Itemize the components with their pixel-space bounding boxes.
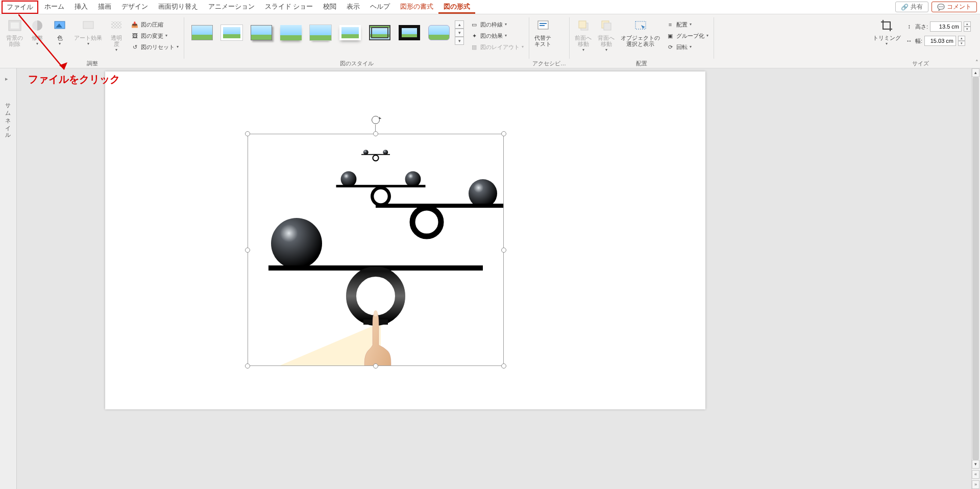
scroll-up-button[interactable]: ▴ — [972, 68, 979, 77]
height-input[interactable] — [930, 21, 962, 32]
resize-handle-bm[interactable] — [373, 363, 378, 369]
width-input[interactable] — [924, 36, 956, 46]
title-bar-right: 🔗 共有 💬 コメント — [895, 0, 980, 14]
picture-style-4[interactable] — [277, 20, 305, 45]
tab-shape-format[interactable]: 図形の書式 — [395, 0, 438, 14]
resize-handle-bl[interactable] — [245, 363, 250, 369]
tab-design[interactable]: デザイン — [116, 0, 153, 14]
compress-icon: 📥 — [131, 20, 139, 29]
thumbnail-panel-collapsed[interactable]: ▸ サムネイル — [0, 68, 17, 489]
rotate-handle[interactable] — [372, 116, 380, 124]
tab-picture-format[interactable]: 図の形式 — [438, 0, 475, 14]
svg-rect-11 — [540, 25, 545, 26]
height-spin-up[interactable]: ▴ — [964, 21, 971, 27]
svg-rect-13 — [579, 21, 586, 28]
picture-styles-gallery: ▴ ▾ ▾ — [187, 16, 464, 45]
corrections-label: 修整 — [32, 35, 43, 41]
resize-handle-ml[interactable] — [245, 248, 250, 253]
resize-handle-tm[interactable] — [373, 131, 378, 136]
group-label-styles: 図のスタイル — [187, 60, 526, 68]
tab-slideshow[interactable]: スライド ショー — [260, 0, 318, 14]
tab-draw[interactable]: 描画 — [93, 0, 116, 14]
svg-rect-1 — [11, 22, 19, 29]
chevron-down-icon: ▾ — [36, 42, 38, 46]
tab-view[interactable]: 表示 — [341, 0, 365, 14]
slide[interactable] — [105, 71, 705, 409]
align-button[interactable]: ≡ 配置 ▾ — [664, 19, 710, 30]
picture-layout-label: 図のレイアウト — [480, 43, 520, 51]
scroll-thumb[interactable] — [972, 77, 979, 460]
width-icon: ↔ — [905, 37, 913, 45]
picture-style-options: ▭ 図の枠線 ▾ ✦ 図の効果 ▾ ▥ 図のレイアウト ▾ — [468, 19, 526, 52]
picture-style-7[interactable] — [366, 20, 394, 45]
selection-pane-button[interactable]: オブジェクトの 選択と表示 — [619, 16, 662, 48]
change-picture-button[interactable]: 🖼 図の変更 ▾ — [129, 31, 181, 41]
resize-handle-mr[interactable] — [501, 248, 506, 253]
artistic-effects-icon — [80, 17, 96, 34]
reset-picture-label: 図のリセット — [141, 43, 175, 51]
picture-style-2[interactable] — [218, 20, 246, 45]
scroll-down-button[interactable]: ▾ — [972, 460, 979, 469]
gallery-scroll-up[interactable]: ▴ — [455, 20, 464, 29]
picture-effects-button[interactable]: ✦ 図の効果 ▾ — [468, 31, 526, 41]
remove-background-button[interactable]: 背景の 削除 — [4, 16, 25, 48]
tab-transitions[interactable]: 画面切り替え — [153, 0, 203, 14]
width-label: 幅: — [915, 37, 922, 45]
resize-handle-tr[interactable] — [501, 131, 506, 136]
prev-slide-button[interactable]: « — [972, 470, 979, 479]
color-button[interactable]: 色 ▾ — [50, 16, 70, 47]
picture-style-3[interactable] — [248, 20, 275, 45]
share-button[interactable]: 🔗 共有 — [895, 2, 928, 12]
resize-handle-tl[interactable] — [245, 131, 250, 136]
picture-style-6[interactable] — [336, 20, 364, 45]
transparency-button[interactable]: 透明 度 ▾ — [106, 16, 127, 53]
picture-style-8[interactable] — [396, 20, 423, 45]
height-spin-down[interactable]: ▾ — [964, 27, 971, 32]
chevron-down-icon: ▾ — [505, 22, 507, 27]
gallery-scroll: ▴ ▾ ▾ — [455, 20, 464, 45]
comments-button[interactable]: 💬 コメント — [932, 2, 977, 12]
width-spin-up[interactable]: ▴ — [958, 36, 965, 41]
next-slide-button[interactable]: » — [972, 480, 979, 489]
slide-canvas-area — [17, 68, 971, 489]
tab-animations[interactable]: アニメーション — [203, 0, 260, 14]
tab-home[interactable]: ホーム — [39, 0, 69, 14]
crop-button[interactable]: トリミング ▾ — [871, 16, 903, 47]
reset-picture-button[interactable]: ↺ 図のリセット ▾ — [129, 42, 181, 52]
compress-pictures-button[interactable]: 📥 図の圧縮 — [129, 19, 181, 30]
width-spin-down[interactable]: ▾ — [958, 41, 965, 46]
chevron-down-icon: ▾ — [690, 45, 692, 49]
artistic-effects-label: アート効果 — [74, 35, 102, 41]
artistic-effects-button[interactable]: アート効果 ▾ — [72, 16, 104, 47]
tab-insert[interactable]: 挿入 — [69, 0, 93, 14]
gallery-expand[interactable]: ▾ — [455, 37, 464, 45]
group-objects-button[interactable]: ▣ グループ化 ▾ — [664, 31, 710, 41]
vertical-scrollbar[interactable]: ˄ ▴ ▾ « » — [971, 68, 980, 489]
svg-rect-16 — [635, 21, 646, 29]
corrections-button[interactable]: 修整 ▾ — [27, 16, 47, 47]
selection-pane-icon — [632, 17, 649, 34]
picture-border-button[interactable]: ▭ 図の枠線 ▾ — [468, 19, 526, 30]
rotate-button[interactable]: ⟳ 回転 ▾ — [664, 42, 710, 52]
color-label: 色 — [57, 35, 63, 41]
group-icon: ▣ — [666, 32, 674, 40]
collapse-ribbon-button[interactable]: ˄ — [975, 59, 978, 66]
selected-picture[interactable] — [248, 134, 504, 366]
send-backward-button[interactable]: 背面へ 移動 ▾ — [596, 16, 617, 53]
tab-file[interactable]: ファイル — [2, 1, 38, 14]
group-size: トリミング ▾ ↕ 高さ: ▴ ▾ ↔ 幅: — [868, 14, 980, 68]
resize-handle-br[interactable] — [501, 363, 506, 369]
selection-pane-label: オブジェクトの 選択と表示 — [621, 35, 660, 47]
tab-review[interactable]: 校閲 — [318, 0, 341, 14]
tab-help[interactable]: ヘルプ — [365, 0, 395, 14]
alt-text-button[interactable]: 代替テ キスト — [532, 16, 553, 48]
gallery-scroll-down[interactable]: ▾ — [455, 29, 464, 37]
transparency-label: 透明 度 — [111, 35, 122, 47]
picture-style-5[interactable] — [307, 20, 334, 45]
chevron-down-icon: ▾ — [522, 45, 524, 49]
picture-style-1[interactable] — [188, 20, 216, 45]
send-backward-label: 背面へ 移動 — [598, 35, 615, 47]
picture-style-9[interactable] — [425, 20, 453, 45]
bring-forward-button[interactable]: 前面へ 移動 ▾ — [573, 16, 594, 53]
picture-layout-button[interactable]: ▥ 図のレイアウト ▾ — [468, 42, 526, 52]
